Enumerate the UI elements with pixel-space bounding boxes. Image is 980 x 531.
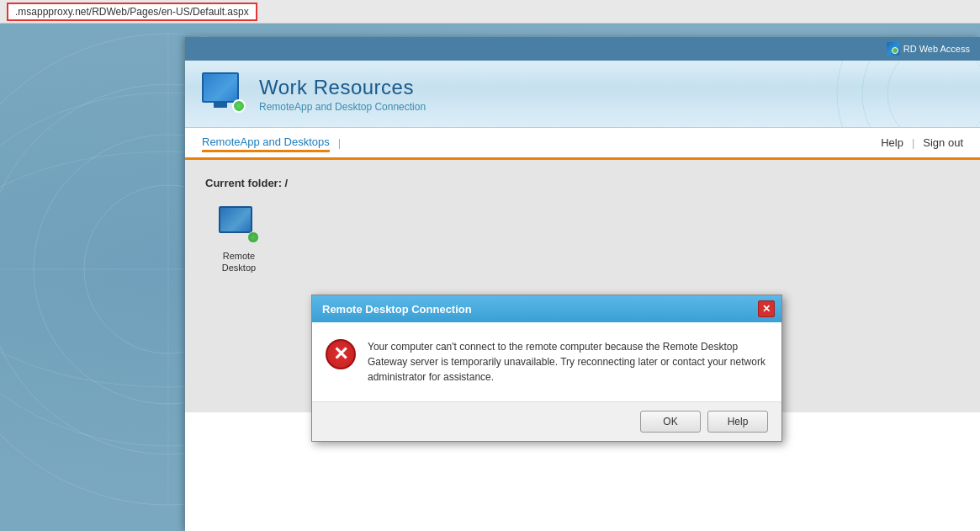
nav-bar: RemoteApp and Desktops | Help | Sign out: [185, 128, 980, 160]
logo-area: Work Resources RemoteApp and Desktop Con…: [185, 61, 980, 128]
logo-text: Work Resources RemoteApp and Desktop Con…: [259, 76, 426, 113]
nav-pipe: |: [912, 136, 914, 149]
address-bar[interactable]: .msappproxy.net/RDWeb/Pages/en-US/Defaul…: [7, 3, 257, 21]
dialog-titlebar: Remote Desktop Connection ✕: [312, 295, 781, 322]
rd-web-icon: [887, 42, 900, 56]
rd-header-label: RD Web Access: [887, 42, 970, 56]
main-window: RD Web Access Work Resources RemoteApp a…: [185, 37, 980, 531]
rd-header-strip: RD Web Access: [185, 37, 980, 61]
remoteapp-nav-link[interactable]: RemoteApp and Desktops: [202, 135, 330, 152]
close-icon: ✕: [762, 303, 771, 315]
logo-icon: [202, 72, 246, 116]
dialog-message: Your computer can't connect to the remot…: [368, 339, 768, 385]
green-circle-graphic: [232, 99, 246, 113]
address-text: .msappproxy.net/RDWeb/Pages/en-US/Defaul…: [15, 6, 249, 18]
app-title: Work Resources: [259, 76, 426, 99]
monitor-graphic: [202, 72, 239, 103]
nav-right: Help | Sign out: [881, 136, 963, 149]
app-subtitle: RemoteApp and Desktop Connection: [259, 101, 426, 113]
content-area: Current folder: / Remote Desktop Remote …: [185, 160, 980, 412]
nav-divider: |: [338, 136, 341, 149]
dialog-footer: OK Help: [312, 401, 781, 441]
error-icon: ✕: [326, 339, 356, 369]
modal-overlay: Remote Desktop Connection ✕ ✕ Your compu…: [185, 160, 980, 412]
dialog-title: Remote Desktop Connection: [322, 303, 472, 316]
dialog-close-button[interactable]: ✕: [758, 300, 775, 317]
dialog-body: ✕ Your computer can't connect to the rem…: [312, 322, 781, 401]
help-button[interactable]: Help: [707, 411, 768, 433]
ok-button[interactable]: OK: [640, 411, 701, 433]
browser-toolbar: .msappproxy.net/RDWeb/Pages/en-US/Defaul…: [0, 0, 980, 24]
signout-link[interactable]: Sign out: [923, 136, 963, 149]
dialog: Remote Desktop Connection ✕ ✕ Your compu…: [311, 295, 782, 442]
help-link[interactable]: Help: [881, 136, 903, 149]
